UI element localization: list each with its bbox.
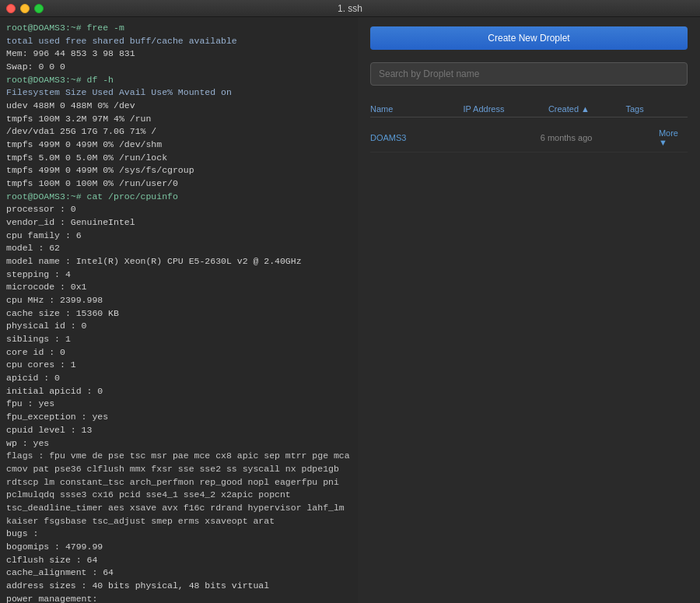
terminal-line: apicid : 0 (6, 372, 352, 385)
terminal-line: root@DOAMS3:~# df -h (6, 74, 352, 87)
search-input[interactable] (370, 62, 688, 86)
terminal-line: tmpfs 5.0M 0 5.0M 0% /run/lock (6, 152, 352, 165)
terminal-line: fpu : yes (6, 398, 352, 411)
table-row[interactable]: DOAMS3 6 months ago More ▼ (370, 124, 688, 153)
terminal-line: model name : Intel(R) Xeon(R) CPU E5-263… (6, 255, 352, 268)
terminal-line: root@DOAMS3:~# cat /proc/cpuinfo (6, 191, 352, 204)
terminal-line: Swap: 0 0 0 (6, 61, 352, 74)
row-created: 6 months ago (541, 133, 614, 142)
col-header-tags: Tags (625, 104, 688, 114)
close-button[interactable] (6, 4, 16, 13)
row-more-button[interactable]: More ▼ (659, 128, 688, 147)
terminal-line: Filesystem Size Used Avail Use% Mounted … (6, 86, 352, 100)
terminal-line: bogomips : 4799.99 (6, 541, 352, 554)
terminal-line: cache size : 15360 KB (6, 307, 352, 321)
terminal-line: initial apicid : 0 (6, 385, 352, 398)
terminal-line: total used free shared buff/cache availa… (6, 35, 352, 48)
terminal-line: physical id : 0 (6, 320, 352, 333)
col-header-ip: IP Address (463, 104, 548, 114)
terminal-line: /dev/vda1 25G 17G 7.0G 71% / (6, 125, 352, 138)
terminal-line: vendor_id : GenuineIntel (6, 216, 352, 230)
col-header-created[interactable]: Created ▲ (548, 104, 626, 114)
terminal-output[interactable]: root@DOAMS3:~# free -m total used free s… (0, 17, 358, 603)
terminal-line: tmpfs 100M 0 100M 0% /run/user/0 (6, 177, 352, 191)
table-header: Name IP Address Created ▲ Tags (370, 101, 688, 117)
window-title: 1. ssh (338, 3, 362, 14)
col-header-name: Name (370, 104, 463, 114)
terminal-line: Mem: 996 44 853 3 98 831 (6, 47, 352, 61)
terminal-line: bugs : (6, 528, 352, 541)
traffic-lights (6, 4, 44, 13)
minimize-button[interactable] (20, 4, 30, 13)
terminal-line: stepping : 4 (6, 268, 352, 282)
title-bar: 1. ssh (0, 0, 700, 17)
terminal-line: address sizes : 40 bits physical, 48 bit… (6, 580, 352, 593)
right-panel: Create New Droplet Name IP Address Creat… (358, 17, 700, 603)
terminal-line: power management: (6, 593, 352, 603)
terminal-line: core id : 0 (6, 346, 352, 359)
terminal-line: siblings : 1 (6, 333, 352, 346)
terminal-line: microcode : 0x1 (6, 281, 352, 294)
terminal-line: cpu MHz : 2399.998 (6, 294, 352, 307)
create-droplet-button[interactable]: Create New Droplet (370, 26, 688, 50)
terminal-line: cpuid level : 13 (6, 424, 352, 437)
terminal-line: wp : yes (6, 437, 352, 450)
row-droplet-name: DOAMS3 (370, 133, 459, 142)
terminal-line: clflush size : 64 (6, 554, 352, 567)
terminal-line: flags : fpu vme de pse tsc msr pae mce c… (6, 450, 352, 528)
terminal-line: cache_alignment : 64 (6, 566, 352, 580)
terminal-line: fpu_exception : yes (6, 411, 352, 424)
terminal-line: cpu family : 6 (6, 230, 352, 243)
terminal-line: tmpfs 100M 3.2M 97M 4% /run (6, 113, 352, 126)
terminal-line: model : 62 (6, 242, 352, 255)
terminal-line: processor : 0 (6, 203, 352, 216)
terminal-line: cpu cores : 1 (6, 359, 352, 372)
terminal-line: root@DOAMS3:~# free -m (6, 22, 352, 35)
maximize-button[interactable] (34, 4, 44, 13)
terminal-line: udev 488M 0 488M 0% /dev (6, 100, 352, 113)
terminal-line: tmpfs 499M 0 499M 0% /sys/fs/cgroup (6, 164, 352, 177)
terminal-window: root@DOAMS3:~# free -m total used free s… (0, 17, 700, 603)
terminal-line: tmpfs 499M 0 499M 0% /dev/shm (6, 138, 352, 152)
